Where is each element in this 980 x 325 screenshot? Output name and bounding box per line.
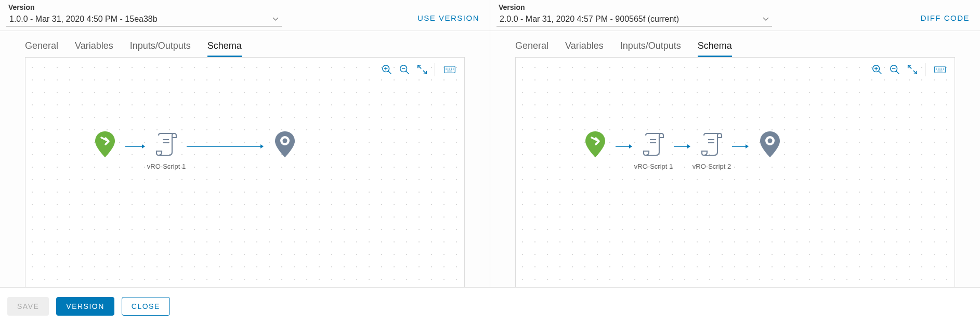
use-version-button[interactable]: USE VERSION [413,3,484,22]
workflow-flow-left: vRO-Script 1 [88,130,302,172]
version-button[interactable]: VERSION [56,297,114,316]
version-field-label: Version [6,3,413,11]
node-label: vRO-Script 1 [147,162,186,170]
node-label [104,165,106,172]
node-label: vRO-Script 1 [634,162,673,170]
node-label: vRO-Script 2 [692,162,731,170]
script-node-2[interactable]: vRO-Script 2 [695,132,729,170]
tab-schema[interactable]: Schema [698,40,732,57]
svg-line-8 [423,71,426,74]
end-node[interactable] [268,130,302,172]
svg-line-5 [406,71,409,74]
flow-arrow [125,143,146,160]
fit-screen-icon[interactable] [416,63,428,76]
version-select-value: 2.0.0 - Mar 31, 2020 4:57 PM - 900565f (… [500,15,679,24]
version-field-label: Version [496,3,917,11]
tab-inputs-outputs[interactable]: Inputs/Outputs [130,40,191,57]
script-node-1[interactable]: vRO-Script 1 [149,132,184,170]
node-label [284,165,286,172]
canvas-toolbar [871,63,948,76]
version-select-right[interactable]: 2.0.0 - Mar 31, 2020 4:57 PM - 900565f (… [496,12,772,26]
chevron-down-icon [272,16,279,23]
flow-arrow [732,143,750,160]
schema-canvas-right[interactable]: vRO-Script 1 vRO-Script 2 [515,57,955,287]
version-pane-right: Version 2.0.0 - Mar 31, 2020 4:57 PM - 9… [490,0,980,287]
toolbar-separator [435,63,435,76]
node-label [769,165,771,172]
svg-point-26 [283,139,288,143]
script-node-1[interactable]: vRO-Script 1 [636,132,671,170]
version-header-left: Version 1.0.0 - Mar 31, 2020 4:50 PM - 1… [0,0,490,31]
zoom-in-icon[interactable] [381,63,393,76]
svg-line-28 [879,71,882,74]
tab-variables[interactable]: Variables [75,40,113,57]
keyboard-icon[interactable] [441,63,458,76]
svg-line-1 [388,71,391,74]
tab-general[interactable]: General [515,40,548,57]
svg-line-34 [908,65,911,69]
workflow-flow-right: vRO-Script 1 vRO-Script 2 [578,130,787,172]
end-node[interactable] [753,130,787,172]
svg-line-7 [418,65,421,69]
tabs-left: General Variables Inputs/Outputs Schema [0,31,490,57]
tab-variables[interactable]: Variables [565,40,604,57]
start-node[interactable] [88,130,122,172]
schema-canvas-left[interactable]: vRO-Script 1 [25,57,465,287]
save-button: SAVE [7,297,49,316]
version-pane-left: Version 1.0.0 - Mar 31, 2020 4:50 PM - 1… [0,0,490,287]
tab-inputs-outputs[interactable]: Inputs/Outputs [620,40,681,57]
toolbar-separator [925,63,925,76]
fit-screen-icon[interactable] [906,63,919,76]
chevron-down-icon [763,16,769,23]
zoom-out-icon[interactable] [398,63,411,76]
flow-arrow [187,143,265,160]
zoom-in-icon[interactable] [871,63,883,76]
diff-code-button[interactable]: DIFF CODE [917,3,974,22]
svg-point-56 [768,139,773,143]
footer-actions: SAVE VERSION CLOSE [0,288,980,325]
tab-schema[interactable]: Schema [207,40,242,57]
keyboard-icon[interactable] [932,63,948,76]
node-label [594,165,596,172]
flow-arrow [674,143,691,160]
flow-arrow [616,143,633,160]
version-select-left[interactable]: 1.0.0 - Mar 31, 2020 4:50 PM - 15ea38b [6,12,282,26]
tabs-right: General Variables Inputs/Outputs Schema [490,31,980,57]
zoom-out-icon[interactable] [888,63,901,76]
start-node[interactable] [578,130,612,172]
version-header-right: Version 2.0.0 - Mar 31, 2020 4:57 PM - 9… [490,0,980,31]
tab-general[interactable]: General [25,40,58,57]
svg-line-32 [896,71,899,74]
canvas-toolbar [381,63,458,76]
close-button[interactable]: CLOSE [122,297,170,316]
version-select-value: 1.0.0 - Mar 31, 2020 4:50 PM - 15ea38b [9,15,158,24]
svg-line-35 [913,71,917,74]
